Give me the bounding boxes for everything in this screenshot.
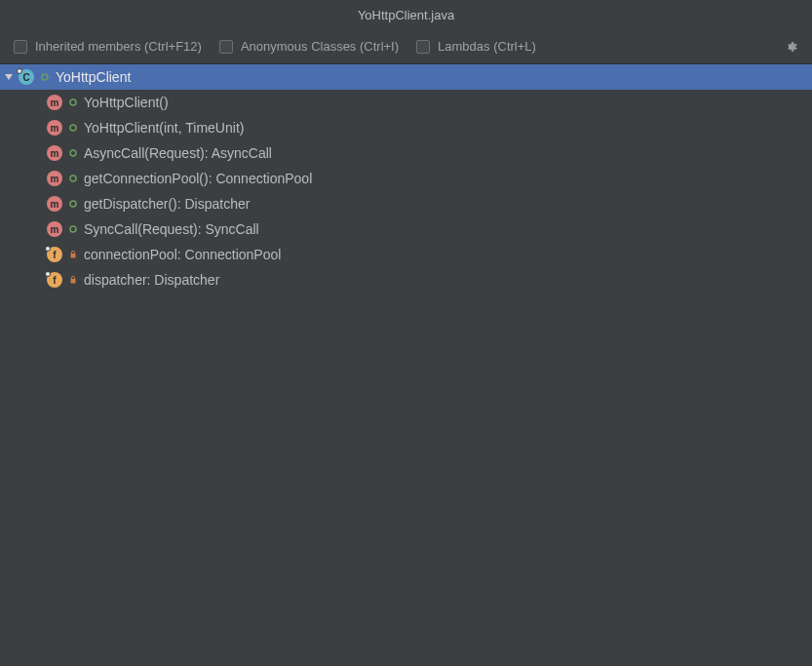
svg-point-4 xyxy=(70,176,76,181)
public-icon xyxy=(67,198,79,210)
lambdas-toggle[interactable]: Lambdas (Ctrl+L) xyxy=(416,39,536,54)
member-label: dispatcher: Dispatcher xyxy=(84,272,219,288)
svg-point-0 xyxy=(42,74,48,80)
member-row[interactable]: mgetConnectionPool(): ConnectionPool xyxy=(0,166,812,191)
member-label: AsyncCall(Request): AsyncCall xyxy=(84,145,272,161)
svg-point-2 xyxy=(70,125,76,131)
public-icon xyxy=(67,122,79,134)
private-icon xyxy=(67,274,79,286)
class-icon: C xyxy=(19,69,34,85)
member-label: YoHttpClient(int, TimeUnit) xyxy=(84,120,244,136)
member-label: SyncCall(Request): SyncCall xyxy=(84,221,259,237)
public-icon xyxy=(39,71,51,83)
method-icon: m xyxy=(47,120,62,136)
member-row[interactable]: fdispatcher: Dispatcher xyxy=(0,267,812,293)
inherited-members-toggle[interactable]: Inherited members (Ctrl+F12) xyxy=(14,39,202,54)
member-row[interactable]: mSyncCall(Request): SyncCall xyxy=(0,216,812,242)
anonymous-label: Anonymous Classes (Ctrl+I) xyxy=(241,39,399,54)
lambdas-label: Lambdas (Ctrl+L) xyxy=(438,39,536,54)
method-icon: m xyxy=(47,95,62,110)
structure-tree: C YoHttpClient mYoHttpClient()mYoHttpCli… xyxy=(0,64,812,666)
class-label: YoHttpClient xyxy=(56,69,131,85)
anonymous-classes-toggle[interactable]: Anonymous Classes (Ctrl+I) xyxy=(219,39,399,54)
checkbox-icon xyxy=(14,40,27,54)
inherited-label: Inherited members (Ctrl+F12) xyxy=(35,39,202,54)
member-label: getDispatcher(): Dispatcher xyxy=(84,196,250,212)
member-label: connectionPool: ConnectionPool xyxy=(84,247,281,262)
method-icon: m xyxy=(47,221,62,237)
svg-point-6 xyxy=(70,226,76,232)
collapse-icon[interactable] xyxy=(4,72,14,82)
checkbox-icon xyxy=(219,40,233,54)
method-icon: m xyxy=(47,196,62,212)
field-icon: f xyxy=(47,247,62,262)
window-title: YoHttpClient.java xyxy=(358,8,454,22)
member-label: YoHttpClient() xyxy=(84,95,169,110)
svg-point-1 xyxy=(70,99,76,105)
svg-rect-8 xyxy=(71,279,76,284)
svg-point-3 xyxy=(70,150,76,156)
method-icon: m xyxy=(47,171,62,186)
class-node[interactable]: C YoHttpClient xyxy=(0,64,812,90)
field-icon: f xyxy=(47,272,62,288)
checkbox-icon xyxy=(416,40,430,54)
public-icon xyxy=(67,173,79,184)
gear-icon[interactable] xyxy=(783,39,798,55)
titlebar: YoHttpClient.java xyxy=(0,0,812,29)
public-icon xyxy=(67,223,79,235)
public-icon xyxy=(67,147,79,159)
method-icon: m xyxy=(47,145,62,161)
member-row[interactable]: mAsyncCall(Request): AsyncCall xyxy=(0,140,812,166)
svg-point-5 xyxy=(70,201,76,207)
member-label: getConnectionPool(): ConnectionPool xyxy=(84,171,312,186)
member-row[interactable]: mYoHttpClient() xyxy=(0,90,812,115)
public-icon xyxy=(67,97,79,108)
svg-rect-7 xyxy=(71,254,76,258)
member-row[interactable]: fconnectionPool: ConnectionPool xyxy=(0,242,812,267)
toolbar: Inherited members (Ctrl+F12) Anonymous C… xyxy=(0,29,812,64)
member-row[interactable]: mYoHttpClient(int, TimeUnit) xyxy=(0,115,812,140)
member-row[interactable]: mgetDispatcher(): Dispatcher xyxy=(0,191,812,216)
private-icon xyxy=(67,249,79,260)
